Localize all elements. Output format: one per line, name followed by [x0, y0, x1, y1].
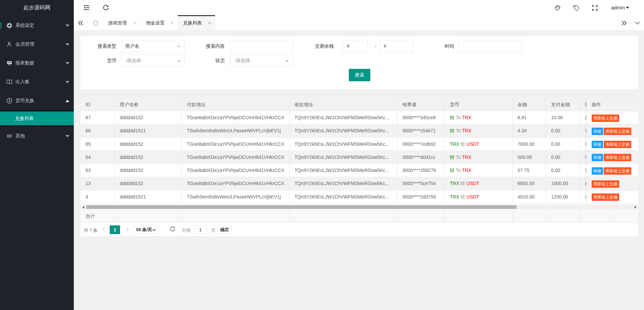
svg-text:$: $ [8, 99, 10, 102]
